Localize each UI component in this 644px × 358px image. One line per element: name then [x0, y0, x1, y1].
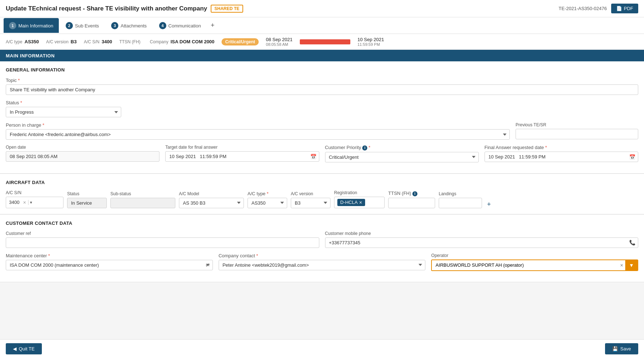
tab-number-1: 1: [9, 22, 16, 29]
registration-input-wrap: D-HCLA ×: [334, 197, 385, 208]
final-answer-date-input[interactable]: [485, 152, 638, 162]
final-answer-date-group: Final Answer requested date * 📅: [485, 145, 638, 162]
start-date-block: 08 Sep 2021 08:05:58 AM: [266, 37, 293, 47]
final-answer-required: *: [545, 145, 547, 150]
header-left: Update TEchnical request - Share TE visi…: [6, 5, 243, 13]
final-answer-calendar-icon[interactable]: 📅: [629, 154, 635, 160]
customer-priority-label: Customer Priority i *: [325, 145, 479, 150]
operator-group: Operator × ▼: [431, 253, 638, 271]
customer-ref-mobile-row: Customer ref Customer mobile phone 📞: [6, 231, 638, 248]
previous-te-input[interactable]: [516, 129, 638, 139]
operator-input[interactable]: [432, 260, 618, 270]
end-date-block: 10 Sep 2021 11:59:59 PM: [358, 37, 384, 47]
maintenance-center-swap-button[interactable]: ⇄: [204, 261, 211, 268]
tab-sub-events[interactable]: 2 Sub Events: [60, 18, 105, 33]
customer-mobile-group: Customer mobile phone 📞: [325, 231, 639, 248]
ac-substatus-input[interactable]: [110, 198, 175, 208]
ac-version-form-label: A/C version: [291, 191, 330, 196]
customer-ref-input[interactable]: [6, 237, 319, 248]
end-date: 10 Sep 2021: [358, 37, 384, 42]
ttsn-form-group: TTSN (FH) i: [388, 191, 435, 208]
company-value: ISA DOM COM 2000: [171, 39, 215, 44]
ttsn-item: TTSN (FH): [119, 39, 143, 44]
customer-ref-label: Customer ref: [6, 231, 319, 236]
operator-action-button[interactable]: ▼: [625, 260, 638, 270]
person-in-charge-group: Person in charge * Frederic Antoine <fre…: [6, 122, 510, 140]
ac-status-group: Status: [67, 191, 107, 208]
company-contact-select[interactable]: Peter Antoine <webtek2019@gmail.com>: [219, 260, 426, 270]
registration-label: Registration: [334, 190, 385, 195]
ac-version-select[interactable]: B3: [291, 198, 330, 208]
tab-attachments[interactable]: 3 Attachments: [106, 18, 152, 33]
person-previous-row: Person in charge * Frederic Antoine <fre…: [6, 122, 638, 140]
target-date-calendar-icon[interactable]: 📅: [310, 154, 316, 160]
shared-te-badge: SHARED TE: [211, 5, 243, 13]
topic-input[interactable]: [6, 84, 638, 95]
tab-attachments-label: Attachments: [121, 23, 146, 29]
maintenance-center-select[interactable]: ISA DOM COM 2000 (maintenance center): [6, 260, 213, 270]
ac-status-label: Status: [67, 191, 107, 196]
registration-tag-remove[interactable]: ×: [359, 200, 362, 205]
ac-type-label: A/C type: [6, 39, 22, 44]
te-reference: TE-2021-AS350-02476: [558, 6, 607, 11]
status-label: Status *: [6, 100, 121, 105]
tab-add-button[interactable]: +: [208, 22, 218, 29]
customer-contact-section: CUSTOMER CONTACT DATA Customer ref Custo…: [0, 214, 644, 282]
ac-version-form-group: A/C version B3: [291, 191, 330, 208]
aircraft-info-bar: A/C type AS350 A/C version B3 A/C S/N 34…: [0, 34, 644, 50]
person-in-charge-label: Person in charge *: [6, 122, 510, 128]
main-info-section-title: MAIN INFORMATION: [6, 53, 55, 58]
ac-type-select[interactable]: AS350: [247, 198, 287, 208]
end-time: 11:59:59 PM: [358, 42, 384, 47]
general-info-section: GENERAL INFORMATION Topic * Status * In …: [0, 61, 644, 174]
ac-model-select[interactable]: AS 350 B3: [179, 198, 244, 208]
customer-mobile-input[interactable]: [325, 237, 639, 248]
ac-sn-clear-icon[interactable]: ×: [23, 200, 26, 205]
start-date: 08 Sep 2021: [266, 37, 293, 42]
tab-main-information[interactable]: 1 Main Information: [4, 18, 59, 33]
target-date-group: Target date for final answer 📅: [165, 145, 319, 162]
general-info-title: GENERAL INFORMATION: [6, 67, 638, 73]
previous-te-group: Previous TE/SR: [516, 122, 638, 140]
landings-group: Landings: [439, 191, 482, 208]
ttsn-input[interactable]: [388, 198, 435, 208]
target-date-input[interactable]: [165, 151, 319, 162]
maintenance-contact-operator-row: Maintenance center * ISA DOM COM 2000 (m…: [6, 253, 638, 271]
ac-sn-item: A/C S/N 3400: [84, 39, 112, 44]
tab-communication[interactable]: 4 Communication: [154, 18, 206, 33]
previous-te-label: Previous TE/SR: [516, 122, 638, 127]
topic-row: Topic *: [6, 78, 638, 95]
tab-number-4: 4: [159, 22, 166, 29]
person-in-charge-select[interactable]: Frederic Antoine <frederic.antoine@airbu…: [6, 129, 510, 140]
add-row-button[interactable]: +: [486, 201, 492, 208]
customer-priority-required: *: [369, 145, 371, 150]
company-contact-label: Company contact *: [219, 253, 426, 258]
ac-sn-group: A/C S/N 3400 × ▾: [6, 190, 63, 208]
ac-sn-form-label: A/C S/N: [6, 190, 63, 195]
customer-priority-select[interactable]: Critical/Urgent High Medium Low: [325, 152, 479, 162]
customer-priority-info-icon[interactable]: i: [362, 145, 367, 150]
landings-input[interactable]: [439, 198, 482, 208]
tab-number-2: 2: [66, 22, 73, 29]
customer-mobile-label: Customer mobile phone: [325, 231, 639, 236]
ac-sn-chevron-icon[interactable]: ▾: [28, 200, 32, 205]
operator-label: Operator: [431, 253, 638, 258]
operator-clear-button[interactable]: ×: [618, 260, 625, 270]
company-item: Company ISA DOM COM 2000: [150, 39, 214, 44]
status-required: *: [20, 100, 22, 105]
person-required: *: [43, 122, 44, 128]
registration-tag-text: D-HCLA: [340, 200, 358, 205]
status-select[interactable]: In Progress Closed Open: [6, 107, 121, 117]
maintenance-center-actions: ⇄: [204, 261, 211, 268]
operator-field-wrap: × ▼: [431, 259, 638, 271]
pdf-button[interactable]: 📄 PDF: [611, 4, 638, 13]
ac-sn-label: A/C S/N: [84, 39, 99, 44]
ttsn-info-icon[interactable]: i: [412, 191, 417, 196]
final-answer-date-wrap: 📅: [485, 152, 638, 162]
phone-icon: 📞: [629, 240, 635, 245]
customer-mobile-wrap: 📞: [325, 237, 639, 248]
page-title: Update TEchnical request - Share TE visi…: [6, 5, 207, 12]
registration-group: Registration D-HCLA ×: [334, 190, 385, 208]
ac-type-value: AS350: [25, 39, 39, 44]
maintenance-center-wrap: ISA DOM COM 2000 (maintenance center) ⇄: [6, 260, 213, 270]
